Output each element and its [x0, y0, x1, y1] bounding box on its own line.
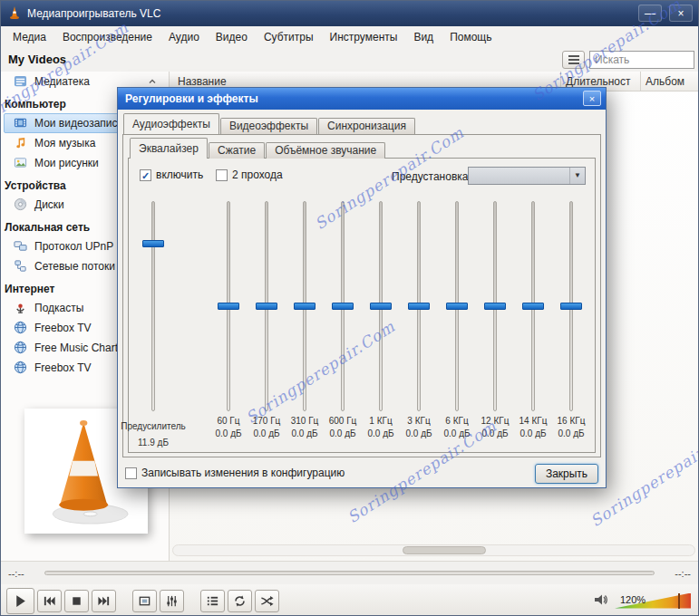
- close-button[interactable]: ×: [669, 5, 693, 22]
- minimize-button[interactable]: —: [638, 5, 662, 22]
- effects-dialog: Регулировки и эффекты × АудиоэффектыВиде…: [117, 87, 607, 488]
- slider-handle[interactable]: [370, 303, 392, 310]
- sidebar-item-label: Медиатека: [34, 75, 90, 88]
- search-input[interactable]: [589, 51, 694, 69]
- title-bar[interactable]: Медиапроигрыватель VLC — ×: [1, 1, 698, 26]
- loop-button[interactable]: [228, 590, 252, 612]
- sidebar-item-label: Сетевые потоки: [34, 260, 115, 273]
- preset-dropdown[interactable]: ▼: [468, 167, 586, 185]
- dialog-tab-bar: АудиоэффектыВидеоэффектыСинхронизация: [123, 113, 416, 134]
- two-pass-checkbox-label: 2 прохода: [232, 168, 283, 181]
- eq-band-slider[interactable]: 1 КГц0.0 дБ: [361, 201, 401, 446]
- disc-icon: [14, 197, 28, 212]
- sidebar-item-label: Протокол UPnP: [34, 240, 113, 253]
- close-icon: ×: [589, 93, 595, 104]
- random-button[interactable]: [255, 590, 279, 612]
- eq-band-slider[interactable]: 14 КГц0.0 дБ: [513, 201, 553, 446]
- menu-item[interactable]: Вид: [405, 27, 442, 47]
- play-button[interactable]: [6, 588, 34, 614]
- stop-icon: [70, 594, 83, 608]
- dialog-tab[interactable]: Синхронизация: [318, 118, 415, 134]
- volume-position-marker[interactable]: [678, 593, 680, 609]
- play-icon: [13, 593, 28, 609]
- slider-handle[interactable]: [446, 303, 468, 310]
- slider-handle[interactable]: [294, 303, 316, 310]
- network-icon: [14, 259, 28, 274]
- seek-slider[interactable]: [44, 571, 655, 575]
- sidebar-item-label: Мои видеозаписи: [34, 117, 123, 130]
- time-elapsed: --:--: [8, 568, 37, 579]
- eq-band-slider[interactable]: 3 КГц0.0 дБ: [399, 201, 439, 446]
- dialog-close-action-button[interactable]: Закрыть: [535, 464, 598, 484]
- eq-band-slider[interactable]: 600 Гц0.0 дБ: [323, 201, 363, 446]
- eq-band-slider[interactable]: 60 Гц0.0 дБ: [209, 201, 248, 446]
- dialog-close-button[interactable]: ×: [583, 91, 601, 106]
- slider-handle[interactable]: [408, 303, 430, 310]
- dialog-tab[interactable]: Видеоэффекты: [220, 118, 317, 134]
- slider-handle[interactable]: [522, 303, 544, 310]
- menu-bar: МедиаВоспроизведениеАудиоВидеоСубтитрыИн…: [1, 26, 698, 48]
- playlist-button[interactable]: [200, 590, 225, 612]
- speaker-icon[interactable]: [593, 592, 609, 611]
- chevron-down-icon: ▼: [569, 168, 585, 184]
- preset-label: Предустановка: [392, 170, 462, 183]
- view-toggle-button[interactable]: [562, 51, 585, 69]
- next-button[interactable]: [92, 590, 116, 612]
- eq-band-slider[interactable]: 6 КГц0.0 дБ: [437, 201, 477, 446]
- eq-band-slider[interactable]: 170 Гц0.0 дБ: [247, 201, 286, 446]
- window-title: Медиапроигрыватель VLC: [27, 7, 160, 20]
- previous-button[interactable]: [37, 590, 62, 612]
- checkbox-box: [216, 169, 228, 181]
- volume-slider[interactable]: 120%: [615, 593, 691, 609]
- time-remaining: --:--: [662, 568, 691, 579]
- audio-effects-pane: ЭквалайзерСжатиеОбъёмное звучание ✓ вклю…: [122, 134, 601, 457]
- menu-item[interactable]: Субтитры: [256, 27, 322, 47]
- eq-band-slider[interactable]: 310 Гц0.0 дБ: [285, 201, 325, 446]
- slider-handle[interactable]: [256, 303, 277, 310]
- slider-handle[interactable]: [560, 303, 582, 310]
- menu-item[interactable]: Медиа: [5, 27, 54, 47]
- scrollbar-thumb[interactable]: [403, 546, 486, 554]
- chevron-up-icon[interactable]: [148, 78, 157, 85]
- slider-handle[interactable]: [332, 303, 354, 310]
- menu-item[interactable]: Видео: [208, 27, 256, 47]
- minimize-icon: —: [645, 7, 655, 20]
- menu-item[interactable]: Аудио: [160, 27, 208, 47]
- slider-handle[interactable]: [142, 240, 164, 247]
- globe-icon: [14, 361, 28, 375]
- audio-effects-subtab[interactable]: Объёмное звучание: [266, 142, 385, 159]
- eq-band-slider[interactable]: 16 КГц0.0 дБ: [551, 201, 591, 446]
- audio-effects-subtab[interactable]: Сжатие: [209, 142, 265, 159]
- enable-checkbox-label: включить: [156, 168, 203, 181]
- volume-controls: 120%: [593, 592, 698, 611]
- menu-item[interactable]: Воспроизведение: [54, 27, 160, 47]
- next-icon: [97, 594, 111, 608]
- slider-handle[interactable]: [484, 303, 506, 310]
- band-frequency-label: 16 КГц: [544, 416, 598, 426]
- slider-handle[interactable]: [218, 303, 239, 310]
- column-header-album[interactable]: Альбом: [640, 72, 699, 91]
- loop-icon: [233, 594, 247, 608]
- dialog-tab[interactable]: Аудиоэффекты: [123, 113, 219, 134]
- preamp-slider[interactable]: Предусилитель11.9 дБ: [133, 201, 173, 446]
- playlist-title: My Videos: [8, 53, 66, 66]
- extended-settings-button[interactable]: [160, 590, 184, 612]
- two-pass-checkbox[interactable]: 2 прохода: [216, 168, 283, 181]
- sliders-icon: [165, 594, 179, 608]
- enable-checkbox[interactable]: ✓ включить: [140, 168, 203, 181]
- eq-band-slider[interactable]: 12 КГц0.0 дБ: [475, 201, 515, 446]
- audio-effects-subtab[interactable]: Эквалайзер: [130, 138, 208, 159]
- fullscreen-button[interactable]: [132, 590, 157, 612]
- dialog-title: Регулировки и эффекты: [125, 92, 258, 105]
- menu-item[interactable]: Помощь: [442, 27, 500, 47]
- playlist-header: My Videos: [1, 48, 698, 72]
- stop-button[interactable]: [64, 590, 89, 612]
- vlc-logo-icon: [7, 5, 22, 23]
- dialog-title-bar[interactable]: Регулировки и эффекты ×: [118, 88, 606, 110]
- seek-bar-row: --:-- --:--: [1, 561, 698, 584]
- menu-item[interactable]: Инструменты: [322, 27, 406, 47]
- equalizer-sliders: Предусилитель11.9 дБ60 Гц0.0 дБ170 Гц0.0…: [129, 199, 597, 449]
- horizontal-scrollbar[interactable]: [172, 544, 695, 556]
- sidebar-item-label: Диски: [34, 198, 64, 211]
- write-config-checkbox[interactable]: Записывать изменения в конфигурацию: [125, 467, 345, 479]
